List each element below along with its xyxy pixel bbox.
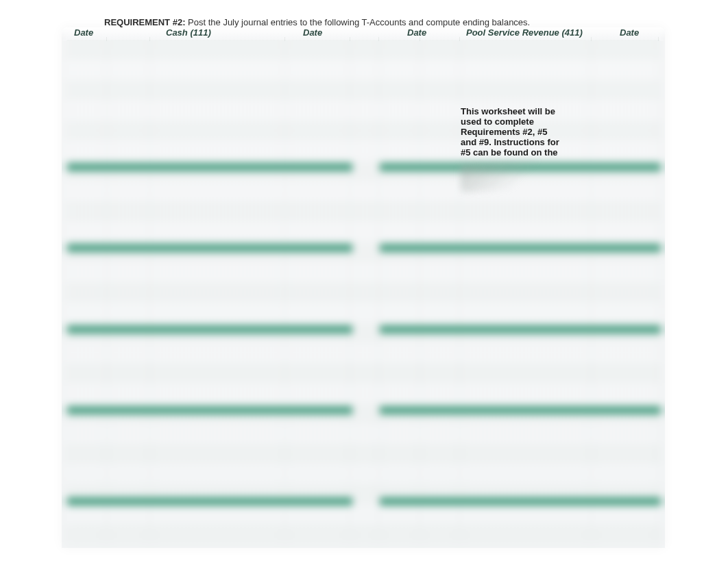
gridline bbox=[350, 37, 350, 545]
gridline bbox=[658, 37, 659, 545]
section-divider bbox=[380, 497, 661, 505]
gridline bbox=[284, 37, 285, 545]
section-divider bbox=[67, 244, 352, 252]
note-line: and #9. Instructions for bbox=[461, 137, 559, 147]
t-account-sheet bbox=[62, 27, 665, 548]
section-divider bbox=[67, 163, 352, 171]
gridline bbox=[106, 37, 107, 545]
section-divider bbox=[380, 244, 661, 252]
note-line: Requirements #2, #5 bbox=[461, 127, 547, 137]
gridline bbox=[149, 37, 150, 545]
section-divider bbox=[67, 406, 352, 414]
gridline bbox=[420, 37, 420, 545]
column-header-date-left: Date bbox=[74, 27, 93, 38]
column-header-date-right-right: Date bbox=[620, 27, 639, 38]
page-root: REQUIREMENT #2: Post the July journal en… bbox=[0, 0, 728, 563]
section-divider bbox=[380, 325, 661, 334]
column-header-date-right: Date bbox=[407, 27, 426, 38]
note-pointer-tail bbox=[461, 159, 550, 192]
note-line: #5 can be found on the bbox=[461, 147, 558, 158]
worksheet-note-text: This worksheet will be used to complete … bbox=[461, 107, 591, 158]
worksheet-note: This worksheet will be used to complete … bbox=[461, 107, 591, 190]
column-grid bbox=[62, 27, 665, 548]
note-line: used to complete bbox=[461, 116, 534, 127]
instruction-line: REQUIREMENT #2: Post the July journal en… bbox=[104, 17, 530, 27]
gridline bbox=[459, 37, 460, 545]
gridline bbox=[378, 37, 379, 545]
requirement-label: REQUIREMENT #2: bbox=[104, 17, 185, 27]
section-divider bbox=[380, 406, 661, 414]
column-header-account-left: Cash (111) bbox=[166, 27, 211, 38]
column-header-date-left-right: Date bbox=[303, 27, 322, 38]
column-header-account-right: Pool Service Revenue (411) bbox=[466, 27, 583, 38]
gridline bbox=[591, 37, 592, 545]
section-divider bbox=[67, 325, 352, 334]
section-divider bbox=[67, 497, 352, 505]
requirement-text: Post the July journal entries to the fol… bbox=[185, 17, 530, 27]
note-line: This worksheet will be bbox=[461, 106, 555, 116]
